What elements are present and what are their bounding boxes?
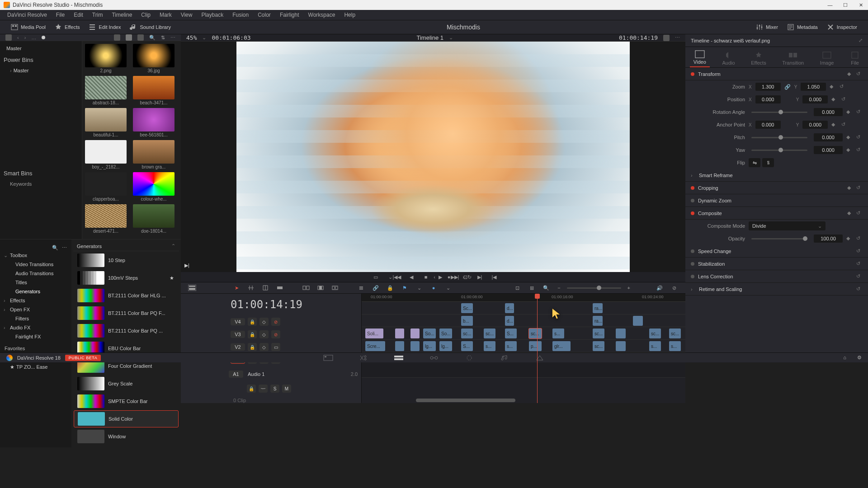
- timeline-clip[interactable]: ra...: [593, 303, 603, 313]
- v3-lock-icon[interactable]: 🔒: [248, 330, 257, 338]
- transform-section[interactable]: Transform ◆↺: [685, 68, 868, 80]
- media-page-button[interactable]: [322, 354, 335, 362]
- zoom-link-icon[interactable]: 🔗: [784, 84, 791, 90]
- zoom-detail-icon[interactable]: ⊞: [526, 282, 538, 293]
- v3-disable-icon[interactable]: ⊘: [271, 330, 280, 338]
- pos-kf-icon[interactable]: ◆: [831, 96, 838, 103]
- go-start-icon[interactable]: |◀: [488, 272, 500, 282]
- anchor-y-field[interactable]: [802, 121, 828, 129]
- mixer-toggle[interactable]: Mixer: [751, 22, 783, 33]
- playhead[interactable]: [537, 294, 538, 403]
- timeline-clip[interactable]: So...: [423, 328, 436, 338]
- stabilization-section[interactable]: Stabilization↺: [685, 258, 868, 270]
- inspector-tab-audio[interactable]: Audio: [718, 49, 738, 67]
- timeline-clip[interactable]: S...: [461, 341, 473, 351]
- comp-reset-icon[interactable]: ↺: [856, 210, 863, 216]
- marker-icon[interactable]: ●: [428, 282, 439, 293]
- media-thumb[interactable]: boy_-_2182...: [85, 140, 127, 169]
- timeline-clip[interactable]: sc...: [669, 328, 681, 338]
- timeline-clip[interactable]: sc...: [649, 328, 661, 338]
- menu-edit[interactable]: Edit: [71, 12, 86, 18]
- flip-v-button[interactable]: ⥮: [762, 158, 774, 167]
- thumb-list-icon[interactable]: [137, 34, 144, 41]
- pool-options-icon[interactable]: ⋯: [170, 35, 175, 41]
- menu-workspace[interactable]: Workspace: [306, 12, 338, 18]
- cropping-section[interactable]: Cropping◆↺: [685, 182, 868, 194]
- v2-auto-icon[interactable]: ◇: [259, 343, 269, 351]
- fx-filters[interactable]: Filters: [2, 314, 70, 323]
- lens-enable-icon[interactable]: [691, 275, 694, 278]
- pos-x-field[interactable]: [755, 95, 781, 103]
- anchor-kf-icon[interactable]: ◆: [831, 122, 838, 128]
- zoom-x-field[interactable]: [755, 83, 781, 91]
- link-icon[interactable]: 🔗: [370, 282, 382, 293]
- lock-icon[interactable]: 🔒: [384, 282, 396, 293]
- fairlight-page-button[interactable]: [498, 354, 511, 362]
- step-forward-icon[interactable]: ▶|: [184, 263, 189, 268]
- media-thumb[interactable]: desert-471...: [85, 204, 127, 234]
- edit-index-toggle[interactable]: Edit Index: [84, 22, 125, 33]
- timeline-clip[interactable]: s...: [649, 341, 661, 351]
- a1-solo-button[interactable]: S: [270, 385, 279, 393]
- timeline-clip[interactable]: [395, 328, 404, 338]
- timeline-clip[interactable]: glr...: [552, 341, 571, 351]
- retime-reset-icon[interactable]: ↺: [856, 286, 863, 292]
- fav-tpzo[interactable]: ★TP ZO... Ease: [2, 362, 70, 372]
- menu-clip[interactable]: Clip: [138, 12, 153, 18]
- media-thumb[interactable]: clapperboa...: [85, 172, 127, 202]
- smart-reframe-section[interactable]: ›Smart Reframe: [685, 169, 868, 182]
- rotation-slider[interactable]: [751, 112, 807, 113]
- thumb-small-icon[interactable]: [114, 34, 120, 41]
- anchor-reset-icon[interactable]: ↺: [841, 122, 848, 128]
- v4-disable-icon[interactable]: ⊘: [271, 318, 280, 326]
- flip-h-button[interactable]: ⇋: [749, 158, 760, 167]
- marker-dropdown-icon[interactable]: ⌄: [442, 282, 454, 293]
- generator-item[interactable]: 10 Step: [74, 252, 179, 269]
- metadata-toggle[interactable]: Metadata: [783, 22, 822, 33]
- search-icon[interactable]: 🔍: [149, 35, 156, 41]
- settings-icon[interactable]: ⚙: [857, 355, 862, 361]
- timeline-clip[interactable]: Scre...: [365, 341, 385, 351]
- inspector-tab-effects[interactable]: Effects: [747, 49, 769, 67]
- timeline-clip[interactable]: s...: [552, 328, 564, 338]
- inspector-tab-image[interactable]: Image: [816, 49, 838, 67]
- timeline-clip[interactable]: d...: [505, 303, 514, 313]
- timeline-clip[interactable]: s...: [505, 341, 517, 351]
- overlay-dropdown-icon[interactable]: ⌄: [384, 272, 396, 282]
- pitch-reset-icon[interactable]: ↺: [856, 134, 863, 141]
- media-thumb[interactable]: brown gra...: [133, 140, 175, 169]
- media-thumb[interactable]: doe-18014...: [133, 204, 175, 234]
- transform-keyframe-icon[interactable]: ◆: [847, 71, 854, 77]
- speed-section[interactable]: Speed Change↺: [685, 245, 868, 258]
- fx-effects[interactable]: Effects: [2, 296, 70, 305]
- color-page-button[interactable]: [463, 354, 476, 362]
- lens-reset-icon[interactable]: ↺: [856, 273, 863, 280]
- timeline-clip[interactable]: [410, 341, 420, 351]
- fx-options-icon[interactable]: ⋯: [62, 245, 67, 251]
- lens-section[interactable]: Lens Correction↺: [685, 270, 868, 283]
- bypass-icon[interactable]: [663, 35, 670, 41]
- transform-reset-icon[interactable]: ↺: [856, 71, 863, 77]
- flag-icon[interactable]: ⚑: [399, 282, 410, 293]
- timeline-scrollbar[interactable]: [416, 399, 515, 402]
- composite-enable-icon[interactable]: [691, 211, 694, 215]
- v3-auto-icon[interactable]: ◇: [259, 330, 269, 338]
- menu-playback[interactable]: Playback: [198, 12, 226, 18]
- close-button[interactable]: ✕: [857, 1, 864, 9]
- stab-enable-icon[interactable]: [691, 262, 694, 266]
- zoom-slider[interactable]: [567, 287, 621, 289]
- retime-section[interactable]: ›Retime and Scaling↺: [685, 283, 868, 296]
- fx-audiofx[interactable]: Audio FX: [2, 323, 70, 332]
- timeline-ruler[interactable]: 01:00:00:0001:00:08:0001:00:16:0001:00:2…: [362, 294, 685, 302]
- mute-icon[interactable]: ⊘: [668, 282, 680, 293]
- timeline-view-icon[interactable]: [186, 282, 198, 293]
- power-bin-master[interactable]: ›Master: [4, 66, 78, 75]
- cropping-enable-icon[interactable]: [691, 186, 694, 190]
- go-end-icon[interactable]: ▶|: [474, 272, 486, 282]
- timeline-dropdown-icon[interactable]: ⌄: [449, 35, 453, 41]
- timeline-name[interactable]: Timeline 1: [417, 34, 443, 41]
- media-thumb[interactable]: abstract-18...: [85, 76, 127, 105]
- stab-reset-icon[interactable]: ↺: [856, 261, 863, 267]
- transform-overlay-icon[interactable]: ▭: [370, 272, 382, 282]
- a1-curve-icon[interactable]: 〰: [259, 385, 268, 393]
